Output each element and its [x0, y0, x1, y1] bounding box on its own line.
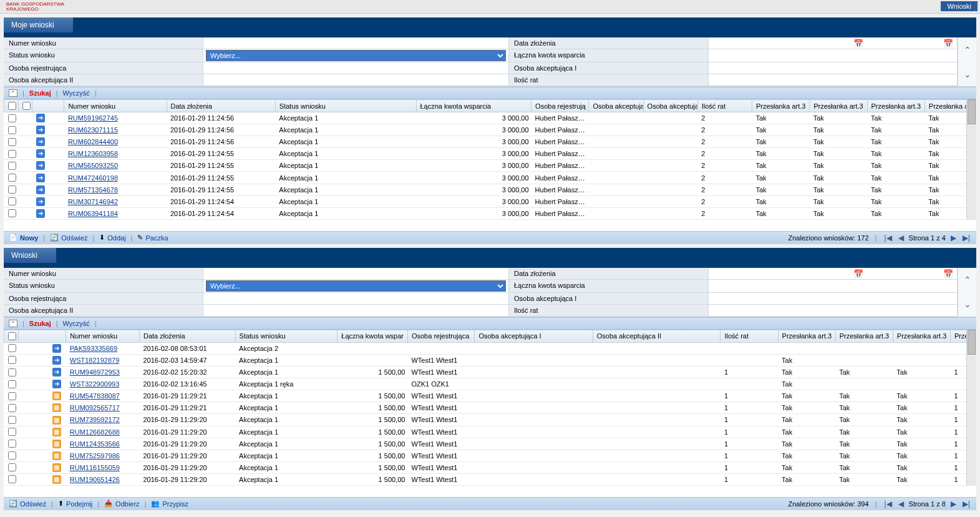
field-ilosc-rat[interactable]	[709, 74, 958, 86]
column-header[interactable]	[4, 100, 19, 112]
row-checkbox[interactable]	[8, 404, 16, 412]
row-checkbox[interactable]	[8, 416, 16, 424]
column-header[interactable]: Przesłanka art.3	[810, 100, 867, 112]
table-row[interactable]: ▦ RUM752597986 2016-01-29 11:29:20 Akcep…	[4, 450, 976, 461]
row-checkbox[interactable]	[8, 197, 16, 205]
wniosek-link[interactable]: RUM571354678	[68, 186, 118, 194]
row-checkbox[interactable]	[8, 114, 16, 122]
odswiez-button[interactable]: Odśwież	[20, 500, 46, 508]
tab-moje-wnioski[interactable]: Moje wnioski	[4, 17, 73, 32]
pager-first-icon[interactable]: |◀	[883, 234, 893, 242]
field-ilosc-rat[interactable]	[709, 305, 958, 317]
table-row[interactable]: ➜ RUM123603958 2016-01-29 11:24:55 Akcep…	[4, 148, 976, 160]
expand-down-icon[interactable]: ⌄	[964, 299, 971, 309]
column-header[interactable]: Data złożenia	[167, 100, 275, 112]
row-checkbox[interactable]	[8, 150, 16, 158]
field-osoba-akc2[interactable]	[203, 305, 509, 317]
podejmij-button[interactable]: Podejmij	[66, 500, 92, 508]
table-row[interactable]: ▦ RUM116155059 2016-01-29 11:29:20 Akcep…	[4, 461, 976, 473]
column-header[interactable]: Osoba akceptują	[589, 100, 643, 112]
table-row[interactable]: ➜ RUM472460198 2016-01-29 11:24:55 Akcep…	[4, 172, 976, 184]
column-header[interactable]	[18, 330, 66, 342]
pager-last-icon[interactable]: ▶|	[961, 500, 971, 508]
field-status-wniosku[interactable]: Wybierz...	[203, 280, 509, 293]
collapse-icon[interactable]: ⌃	[9, 320, 17, 327]
row-checkbox[interactable]	[8, 209, 16, 217]
szukaj-button[interactable]: Szukaj	[29, 89, 51, 97]
wniosek-link[interactable]: RUM591962745	[68, 114, 118, 122]
field-numer-wniosku[interactable]	[203, 37, 509, 49]
vertical-scrollbar[interactable]	[966, 99, 976, 220]
calendar-icon[interactable]: 📅	[943, 269, 953, 278]
row-checkbox[interactable]	[8, 344, 16, 352]
wniosek-link[interactable]: RUM472460198	[68, 174, 118, 182]
column-header[interactable]: Przesłanka art.3	[867, 100, 924, 112]
oddaj-button[interactable]: Oddaj	[107, 234, 125, 242]
row-checkbox[interactable]	[8, 126, 16, 134]
paczka-button[interactable]: Paczka	[145, 234, 168, 242]
row-checkbox[interactable]	[8, 440, 16, 448]
tab-wnioski[interactable]: Wnioski	[4, 248, 56, 263]
wniosek-link[interactable]: RUM307146942	[68, 198, 118, 205]
table-row[interactable]: ➜ RUM602844400 2016-01-29 11:24:56 Akcep…	[4, 136, 976, 148]
table-row[interactable]: ➜ WST182192879 2016-02-03 14:59:47 Akcep…	[4, 354, 976, 366]
column-header[interactable]: Osoba akceptują	[643, 100, 697, 112]
table-row[interactable]: ➜ RUM623071115 2016-01-29 11:24:56 Akcep…	[4, 124, 976, 136]
table-row[interactable]: ➜ WST322900993 2016-02-02 13:16:45 Akcep…	[4, 378, 976, 390]
field-laczna-kwota[interactable]	[709, 280, 958, 293]
table-row[interactable]: ▦ RUM126682688 2016-01-29 11:29:20 Akcep…	[4, 426, 976, 438]
column-header[interactable]: Status wniosku	[235, 330, 337, 342]
table-row[interactable]: ➜ RUM571354678 2016-01-29 11:24:55 Akcep…	[4, 184, 976, 195]
wniosek-link[interactable]: RUM063941184	[68, 210, 118, 217]
table-row[interactable]: ➜ PAK593335669 2016-02-08 08:53:01 Akcep…	[4, 342, 976, 354]
field-data-zlozenia[interactable]: 📅 📅	[709, 37, 958, 49]
row-checkbox[interactable]	[8, 451, 16, 460]
wniosek-link[interactable]: RUM739592172	[70, 416, 120, 423]
wniosek-link[interactable]: RUM623071115	[68, 126, 118, 134]
select-all-checkbox[interactable]	[8, 102, 16, 110]
wyczysc-button[interactable]: Wyczyść	[63, 89, 90, 97]
row-checkbox[interactable]	[8, 185, 16, 194]
expand-up-icon[interactable]: ⌃	[964, 45, 971, 55]
column-header[interactable]: Ilość rat	[697, 100, 752, 112]
row-checkbox[interactable]	[8, 368, 16, 377]
row-checkbox[interactable]	[8, 428, 16, 436]
field-osoba-akc2[interactable]	[203, 74, 509, 86]
table-row[interactable]: ➜ RUM591962745 2016-01-29 11:24:56 Akcep…	[4, 112, 976, 124]
wniosek-link[interactable]: RUM116155059	[70, 464, 120, 471]
row-checkbox[interactable]	[8, 174, 16, 182]
row-checkbox[interactable]	[8, 162, 16, 170]
column-header[interactable]: Przesłanka art.3	[893, 330, 950, 342]
field-osoba-akc1[interactable]	[709, 293, 958, 305]
wniosek-link[interactable]: RUM190651426	[70, 476, 120, 483]
pager-last-icon[interactable]: ▶|	[961, 234, 971, 242]
row-checkbox[interactable]	[8, 356, 16, 364]
pager-next-icon[interactable]: ▶	[949, 500, 958, 508]
field-data-zlozenia[interactable]: 📅 📅	[709, 268, 958, 280]
przypisz-button[interactable]: Przypisz	[162, 500, 188, 508]
wniosek-link[interactable]: RUM126682688	[70, 428, 120, 436]
horizontal-scrollbar[interactable]	[4, 220, 976, 231]
table-row[interactable]: ➜ RUM063941184 2016-01-29 11:24:54 Akcep…	[4, 207, 976, 219]
column-header[interactable]: Łączna kwota wsparcia	[416, 100, 531, 112]
wniosek-link[interactable]: RUM124353566	[70, 440, 120, 448]
horizontal-scrollbar[interactable]	[4, 486, 976, 497]
select-all-checkbox[interactable]	[8, 332, 16, 340]
table-row[interactable]: ➜ RUM307146942 2016-01-29 11:24:54 Akcep…	[4, 195, 976, 207]
table-row[interactable]: ➜ RUM948972953 2016-02-02 15:20:32 Akcep…	[4, 367, 976, 378]
expand-up-icon[interactable]: ⌃	[964, 275, 971, 285]
wniosek-link[interactable]: RUM602844400	[68, 138, 118, 145]
column-header[interactable]: Łączna kwota wspar	[337, 330, 408, 342]
calendar-icon[interactable]: 📅	[853, 269, 863, 278]
pager-prev-icon[interactable]: ◀	[897, 234, 905, 242]
table-row[interactable]: ▦ RUM739592172 2016-01-29 11:29:20 Akcep…	[4, 414, 976, 426]
row-checkbox[interactable]	[8, 380, 16, 388]
column-header[interactable]: Numer wniosku	[66, 330, 140, 342]
field-osoba-akc1[interactable]	[709, 62, 958, 74]
wnioski-button[interactable]: Wnioski	[941, 1, 978, 11]
column-header[interactable]	[18, 100, 32, 112]
wniosek-link[interactable]: WST322900993	[70, 380, 120, 388]
column-header[interactable]: Status wniosku	[275, 100, 416, 112]
column-header[interactable]: Osoba akceptująca I	[475, 330, 593, 342]
column-header[interactable]: Przesłanka art.3	[752, 100, 809, 112]
